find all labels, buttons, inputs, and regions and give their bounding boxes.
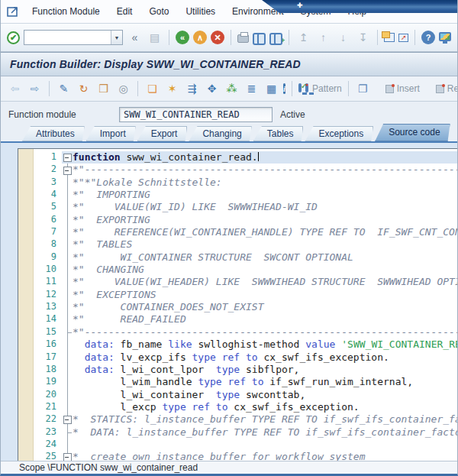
abap-code-editor[interactable]: 1function sww_wi_container_read.2*"-----… [18, 148, 457, 461]
sort-icon[interactable]: ≣ [244, 81, 260, 96]
code-line[interactable]: 6*" EXPORTING [18, 214, 457, 226]
menu-item-function-module[interactable]: Function Module [24, 3, 108, 20]
code-text: *" TABLES [73, 238, 457, 251]
copy-icon[interactable]: ❒ [95, 81, 111, 96]
check-icon[interactable] [298, 83, 302, 92]
refresh-icon[interactable]: ↻ [76, 81, 92, 96]
code-line[interactable]: 13*" CONTAINER_DOES_NOT_EXIST [18, 301, 457, 313]
code-line[interactable]: 14*" READ_FAILED [18, 313, 457, 325]
code-line[interactable]: 3*"*"Lokale Schnittstelle: [18, 176, 457, 189]
help-icon[interactable]: ? [421, 31, 435, 44]
fold-collapse-icon[interactable] [62, 164, 73, 176]
find-icon[interactable] [253, 33, 266, 42]
fold-line [62, 226, 73, 238]
tab-tables[interactable]: Tables [253, 126, 304, 141]
code-line[interactable]: 25* create own instance buffer for workf… [18, 451, 457, 461]
code-line[interactable]: 9*" WI_CONTAINER STRUCTURE SWCONT OPTION… [18, 251, 457, 264]
test-icon[interactable] [305, 83, 308, 92]
navigate-icon[interactable]: ✥ [204, 81, 220, 96]
fold-collapse-icon[interactable] [62, 451, 73, 461]
code-line[interactable]: 5*" VALUE(WI_ID) LIKE SWWWIHEAD-WI_ID [18, 201, 457, 213]
back-icon[interactable]: « [176, 31, 189, 44]
object-list-icon[interactable]: ⁂ [224, 81, 240, 96]
tab-source-code[interactable]: Source code [375, 124, 450, 141]
tab-changing[interactable]: Changing [189, 126, 251, 141]
code-line[interactable]: 4*" IMPORTING [18, 189, 457, 201]
display-change-icon[interactable]: ✎ [56, 81, 72, 96]
previous-page-icon[interactable]: ↑ [315, 30, 331, 45]
line-body: *" CHANGING [62, 264, 457, 276]
last-page-icon[interactable]: ↧ [355, 30, 371, 45]
code-line[interactable]: 15*"------------------------------------… [18, 326, 457, 338]
fold-line [62, 401, 73, 413]
code-line[interactable]: 10*" CHANGING [18, 264, 457, 276]
forward-arrow-icon[interactable]: ⇨ [27, 81, 43, 96]
code-line[interactable]: 19 l_wim_handle type ref to if_swf_run_w… [18, 376, 457, 388]
window-titlebar-corner: ✚ [262, 0, 457, 13]
line-number: 2 [34, 164, 62, 176]
code-line[interactable]: 17 data: lv_excp_ifs type ref to cx_swf_… [18, 351, 457, 364]
fold-line [62, 426, 73, 439]
pattern-button[interactable]: Pattern [312, 83, 342, 94]
function-module-field[interactable]: SWW_WI_CONTAINER_READ [119, 107, 273, 122]
where-used-icon[interactable]: ⇶ [184, 81, 200, 96]
line-number: 18 [34, 364, 62, 376]
next-page-icon[interactable]: ↓ [335, 30, 351, 45]
concatenate-icon[interactable]: ❐ [355, 81, 371, 96]
code-line[interactable]: 23* DATA: l_instance_buffer TYPE REF TO … [18, 426, 457, 439]
menu-item-goto[interactable]: Goto [140, 3, 177, 20]
other-object-icon[interactable]: ❏ [144, 81, 160, 96]
find-next-icon[interactable]: + [269, 33, 282, 42]
cancel-icon[interactable]: ✕ [211, 31, 224, 44]
table-view-icon[interactable]: ▦ [263, 81, 279, 96]
insert-button[interactable]: Insert [385, 83, 420, 94]
standard-toolbar: ✔▼«▤«∧✕+↥↑↓↧? [1, 24, 457, 52]
menu-item-edit[interactable]: Edit [108, 3, 141, 20]
tab-exceptions[interactable]: Exceptions [305, 126, 373, 141]
code-line[interactable]: 21 l_excp type ref to cx_swf_ifs_excepti… [18, 401, 457, 413]
info-icon[interactable]: i [283, 83, 285, 94]
dropdown-arrow-icon[interactable]: ▼ [111, 31, 122, 44]
plus-badge-icon: + [281, 37, 285, 44]
save-icon[interactable]: ▤ [147, 30, 163, 45]
collapse-icon[interactable]: « [127, 30, 143, 45]
customize-icon[interactable] [439, 32, 451, 41]
fold-line [62, 251, 73, 264]
code-line[interactable]: 7*" REFERENCE(WI_CONTAINER_HANDLE) TYPE … [18, 226, 457, 238]
code-line[interactable]: 12*" EXCEPTIONS [18, 289, 457, 301]
shortcut-icon[interactable] [398, 34, 408, 42]
line-number: 5 [34, 201, 62, 213]
tab-export[interactable]: Export [137, 126, 188, 141]
pretty-printer-icon[interactable]: ✶ [164, 81, 180, 96]
menu-item-utilities[interactable]: Utilities [177, 3, 224, 20]
back-arrow-icon[interactable]: ⇦ [7, 81, 23, 96]
fold-collapse-icon[interactable] [62, 151, 73, 164]
line-number: 16 [34, 338, 62, 351]
continue-icon[interactable]: ✔ [7, 31, 20, 44]
replace-button[interactable]: Replace [436, 83, 458, 94]
code-line[interactable]: 22* STATICS: l_instance_buffer TYPE REF … [18, 413, 457, 426]
exit-icon[interactable]: ∧ [193, 31, 207, 44]
fold-line [62, 364, 73, 376]
first-page-icon[interactable]: ↥ [295, 30, 311, 45]
pushpin-icon[interactable]: ✚ [297, 1, 303, 11]
system-menu-icon[interactable] [7, 5, 20, 18]
fold-collapse-icon[interactable] [62, 413, 73, 426]
code-line[interactable]: 1function sww_wi_container_read. [18, 151, 457, 164]
tab-attributes[interactable]: Attributes [22, 126, 85, 141]
code-line[interactable]: 2*"-------------------------------------… [18, 164, 457, 176]
code-line[interactable]: 8*" TABLES [18, 238, 457, 251]
pattern-button-label: Pattern [312, 83, 342, 94]
print-icon[interactable] [237, 34, 249, 43]
code-line[interactable]: 20 l_wi_container type swconttab, [18, 389, 457, 401]
code-text: data: fb_name like swlloghist-method val… [73, 338, 457, 351]
code-line[interactable]: 18 data: l_wi_cont_lpor type sibflpor, [18, 364, 457, 376]
tab-import[interactable]: Import [86, 126, 136, 141]
new-session-icon[interactable] [384, 33, 395, 42]
source-code-panel: 1function sww_wi_container_read.2*"-----… [1, 141, 457, 461]
command-field-input[interactable] [24, 30, 123, 45]
activate-icon[interactable]: ◎ [115, 81, 131, 96]
code-line[interactable]: 16 data: fb_name like swlloghist-method … [18, 338, 457, 351]
code-line[interactable]: 24 [18, 439, 457, 451]
code-line[interactable]: 11*" VALUE(WI_HEADER) LIKE SWWWIHEAD STR… [18, 276, 457, 288]
